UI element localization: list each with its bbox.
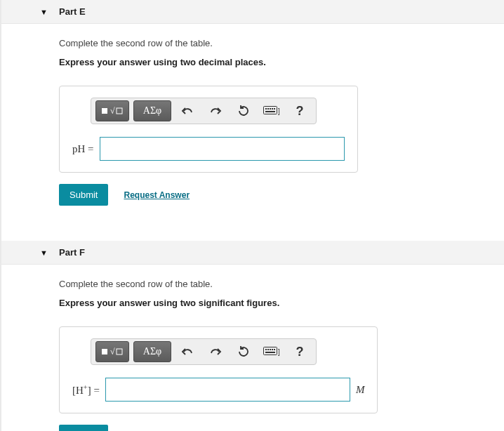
part-body: Complete the second row of the table. Ex… bbox=[1, 265, 504, 431]
svg-rect-11 bbox=[102, 349, 107, 354]
instruction-text: Complete the second row of the table. bbox=[59, 38, 484, 48]
svg-rect-8 bbox=[274, 108, 275, 110]
unit-label: M bbox=[356, 384, 365, 396]
equation-toolbar: √ ΑΣφ ] ? bbox=[91, 338, 317, 365]
svg-rect-14 bbox=[264, 347, 277, 355]
redo-button[interactable] bbox=[204, 342, 227, 362]
submit-button[interactable]: Submit bbox=[59, 184, 108, 206]
svg-rect-18 bbox=[272, 349, 273, 350]
equation-toolbar: √ ΑΣφ ] ? bbox=[91, 98, 317, 124]
request-answer-link[interactable]: Request Answer bbox=[124, 190, 190, 200]
svg-text:]: ] bbox=[278, 348, 280, 356]
svg-text:]: ] bbox=[278, 107, 280, 115]
svg-rect-15 bbox=[265, 349, 267, 350]
instruction-text: Complete the second row of the table. bbox=[59, 279, 484, 289]
express-text: Express your answer using two decimal pl… bbox=[59, 57, 484, 67]
undo-button[interactable] bbox=[175, 342, 199, 362]
svg-rect-0 bbox=[102, 108, 107, 114]
answer-label: pH = bbox=[72, 143, 94, 155]
answer-input[interactable] bbox=[100, 137, 345, 161]
keyboard-button[interactable]: ] bbox=[260, 101, 284, 121]
svg-rect-6 bbox=[270, 108, 271, 110]
svg-rect-9 bbox=[265, 111, 275, 112]
reset-button[interactable] bbox=[232, 101, 256, 121]
svg-rect-16 bbox=[267, 349, 269, 350]
svg-rect-20 bbox=[265, 352, 275, 353]
part-header[interactable]: ▼ Part E bbox=[1, 0, 504, 24]
svg-rect-4 bbox=[265, 108, 267, 110]
template-button[interactable]: √ bbox=[95, 341, 129, 362]
svg-rect-7 bbox=[272, 108, 273, 110]
answer-input[interactable] bbox=[105, 378, 350, 402]
svg-text:√: √ bbox=[110, 347, 115, 357]
part-body: Complete the second row of the table. Ex… bbox=[1, 24, 504, 220]
part-title: Part F bbox=[59, 247, 85, 258]
greek-button[interactable]: ΑΣφ bbox=[133, 100, 171, 121]
greek-button[interactable]: ΑΣφ bbox=[133, 341, 171, 362]
svg-rect-17 bbox=[270, 349, 271, 350]
svg-text:√: √ bbox=[110, 106, 115, 116]
svg-rect-3 bbox=[264, 107, 277, 114]
answer-label: [H+] = bbox=[72, 383, 100, 397]
redo-button[interactable] bbox=[204, 101, 227, 121]
svg-rect-19 bbox=[274, 349, 275, 350]
help-button[interactable]: ? bbox=[288, 342, 312, 362]
svg-rect-5 bbox=[267, 108, 269, 110]
keyboard-button[interactable]: ] bbox=[260, 342, 284, 362]
part-header[interactable]: ▼ Part F bbox=[1, 241, 504, 265]
express-text: Express your answer using two significan… bbox=[59, 298, 484, 308]
submit-button[interactable]: Submit bbox=[59, 425, 108, 431]
caret-down-icon: ▼ bbox=[40, 8, 48, 15]
part-title: Part E bbox=[59, 6, 86, 17]
svg-rect-13 bbox=[117, 349, 122, 354]
reset-button[interactable] bbox=[232, 342, 256, 362]
template-button[interactable]: √ bbox=[95, 100, 129, 121]
help-button[interactable]: ? bbox=[288, 101, 312, 121]
svg-rect-2 bbox=[117, 108, 122, 114]
answer-box: √ ΑΣφ ] ? pH = bbox=[59, 86, 358, 173]
caret-down-icon: ▼ bbox=[40, 248, 48, 256]
answer-box: √ ΑΣφ ] ? [H+] = M bbox=[59, 326, 378, 413]
undo-button[interactable] bbox=[175, 101, 199, 121]
